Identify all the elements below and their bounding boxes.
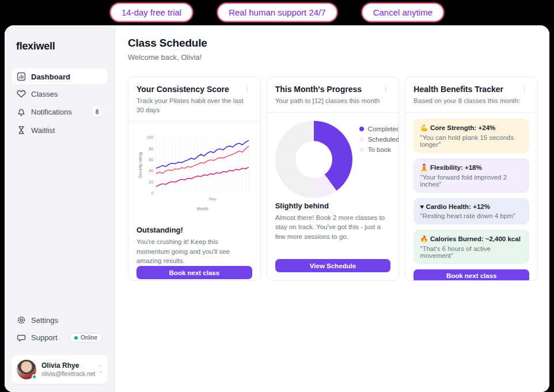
card-title: Your Consistency Score: [136, 85, 229, 94]
avatar: [17, 360, 36, 379]
consistency-score-card: Your Consistency Score ⋮ Track your Pila…: [128, 77, 261, 281]
legend-item-scheduled: Scheduled: [359, 136, 400, 143]
badge-cancel: Cancel anytime: [362, 3, 444, 22]
svg-text:Month: Month: [197, 207, 208, 211]
legend-item-completed: Completed: [359, 125, 400, 132]
svg-text:100: 100: [147, 136, 154, 140]
sidebar-item-label: Settings: [31, 316, 58, 325]
sidebar-item-settings[interactable]: Settings: [12, 312, 108, 328]
view-schedule-button[interactable]: View Schedule: [275, 259, 391, 272]
sidebar-item-dashboard[interactable]: Dashboard: [12, 68, 108, 85]
sidebar: flexiwell Dashboard Classes: [5, 25, 115, 392]
user-name: Olivia Rhye: [41, 361, 93, 370]
benefit-quote: "Resting heart rate down 4 bpm": [420, 212, 523, 219]
donut-chart-row: Completed Scheduled To book: [275, 121, 391, 198]
card-header: This Month's Progress ⋮ Your path to [12…: [267, 77, 399, 113]
benefit-title: Calories Burned: ~2,400 kcal: [430, 235, 521, 242]
book-next-class-button[interactable]: Book next class: [136, 266, 252, 279]
gear-icon: [17, 315, 26, 325]
card-subtitle: Your path to [12] classes this month: [275, 97, 391, 106]
bell-icon: [17, 108, 26, 117]
benefit-calories-burned: 🔥 Calories Burned: ~2,400 kcal "That's 6…: [413, 230, 529, 264]
dashboard-cards: Your Consistency Score ⋮ Track your Pila…: [128, 77, 538, 281]
support-online-badge: Online: [69, 333, 103, 342]
card-header: Your Consistency Score ⋮ Track your Pila…: [128, 77, 260, 121]
legend-label: To book: [368, 146, 391, 153]
benefit-title: Flexibility: +18%: [430, 164, 482, 171]
svg-text:20: 20: [149, 180, 153, 185]
kebab-menu-icon[interactable]: ⋮: [381, 85, 390, 92]
card-subtitle: Track your Pilates habit over the last 3…: [136, 97, 252, 115]
legend-item-to-book: To book: [359, 146, 400, 153]
hourglass-icon: [17, 125, 26, 135]
sidebar-item-classes[interactable]: Classes: [12, 86, 108, 102]
benefit-flexibility: 🧘 Flexibility: +18% "Your forward fold i…: [413, 158, 529, 193]
badge-free-trial: 14-day free trial: [110, 3, 193, 22]
badge-support: Real human support 24/7: [217, 3, 337, 22]
kebab-menu-icon[interactable]: ⋮: [242, 85, 252, 92]
yoga-icon: 🧘: [420, 164, 428, 171]
legend-dot: [359, 127, 364, 131]
sidebar-bottom: Settings Support Online Olivia Rhye o: [12, 312, 108, 384]
benefit-core-strength: 💪 Core Strength: +24% "You can hold plan…: [413, 119, 529, 153]
legend-label: Completed: [368, 125, 400, 132]
consistency-line-chart: 020406080100NovMonthSecurity rating: [136, 127, 252, 222]
chat-bubble-icon: [17, 333, 26, 342]
sidebar-nav: Dashboard Classes Notifications 8: [12, 68, 108, 138]
card-body: 💪 Core Strength: +24% "You can hold plan…: [405, 113, 537, 281]
sidebar-item-label: Dashboard: [31, 73, 70, 81]
sidebar-item-notifications[interactable]: Notifications 8: [12, 103, 108, 121]
sidebar-item-support[interactable]: Support Online: [12, 329, 108, 346]
kebab-menu-icon[interactable]: ⋮: [519, 85, 529, 92]
chevron-up-down-icon[interactable]: ⌃⌄: [98, 366, 103, 372]
benefit-quote: "You can hold plank 15 seconds longer": [420, 134, 523, 148]
dashboard-icon: [17, 72, 26, 81]
legend-dot: [359, 137, 364, 142]
card-subtitle: Based on your 8 classes this month:: [413, 97, 529, 106]
svg-text:Nov: Nov: [209, 197, 217, 201]
status-title: Slightly behind: [275, 201, 391, 210]
user-email: olivia@flexitrack.net: [41, 370, 93, 378]
card-header: Health Benefits Tracker ⋮ Based on your …: [405, 77, 537, 113]
card-title: Health Benefits Tracker: [413, 85, 503, 94]
sidebar-item-label: Notifications: [31, 108, 72, 116]
legend-label: Scheduled: [368, 136, 399, 143]
sidebar-item-waitlist[interactable]: Waitlist: [12, 122, 108, 138]
svg-text:80: 80: [149, 147, 153, 151]
benefit-quote: "Your forward fold improved 2 inches": [420, 174, 523, 188]
welcome-message: Welcome back, Olivia!: [128, 53, 538, 62]
status-text: You're crushing it! Keep this momentum g…: [136, 237, 252, 266]
card-body: Completed Scheduled To book: [267, 113, 399, 280]
status-text: Almost there! Book 2 more classes to sta…: [275, 213, 391, 242]
sidebar-item-label: Classes: [31, 90, 58, 98]
main-content: Class Schedule Welcome back, Olivia! You…: [115, 25, 549, 392]
sidebar-item-label: Waitlist: [31, 126, 55, 135]
online-status-label: Online: [81, 334, 97, 341]
status-title: Outstanding!: [136, 226, 252, 234]
health-benefits-card: Health Benefits Tracker ⋮ Based on your …: [405, 77, 538, 281]
benefit-title: Core Strength: +24%: [430, 124, 495, 131]
benefit-cardio-health: ♥ Cardio Health: +12% "Resting heart rat…: [413, 198, 529, 224]
card-body: 020406080100NovMonthSecurity rating Outs…: [128, 121, 260, 281]
app-logo: flexiwell: [12, 40, 108, 52]
heart-icon: [17, 89, 26, 98]
marketing-badge-bar: 14-day free trial Real human support 24/…: [0, 0, 554, 24]
card-title: This Month's Progress: [275, 85, 362, 94]
user-online-dot: [32, 374, 37, 379]
page-title: Class Schedule: [128, 37, 538, 50]
svg-text:0: 0: [151, 191, 153, 196]
online-status-dot: [74, 336, 78, 340]
user-profile-card[interactable]: Olivia Rhye olivia@flexitrack.net ⌃⌄: [12, 355, 108, 384]
svg-text:60: 60: [149, 158, 153, 162]
svg-text:Security rating: Security rating: [138, 153, 143, 178]
muscle-icon: 💪: [420, 124, 428, 131]
benefit-title: Cardio Health: +12%: [426, 203, 490, 210]
legend-dot: [359, 147, 364, 152]
sidebar-item-label: Support: [31, 333, 58, 342]
benefit-quote: "That's 6 hours of active movement": [420, 245, 523, 259]
progress-donut-chart: [275, 121, 352, 198]
user-meta: Olivia Rhye olivia@flexitrack.net: [41, 361, 93, 378]
svg-text:40: 40: [149, 169, 153, 173]
book-next-class-button[interactable]: Book next class: [413, 269, 529, 281]
app-window: flexiwell Dashboard Classes: [5, 25, 549, 392]
